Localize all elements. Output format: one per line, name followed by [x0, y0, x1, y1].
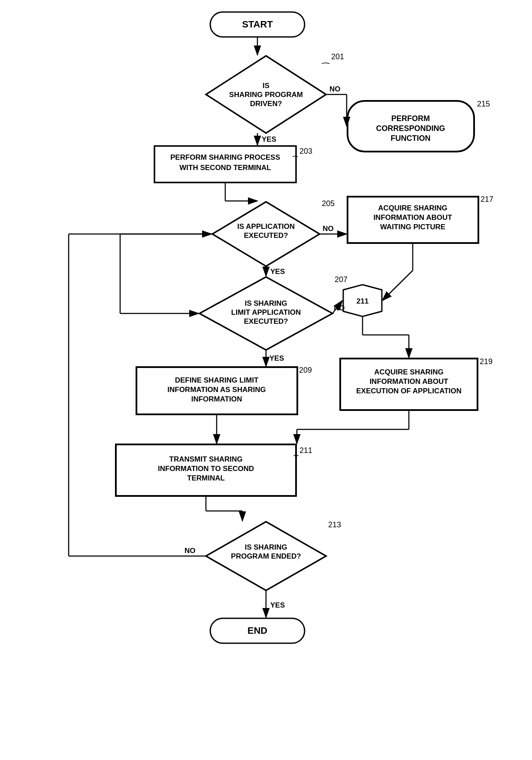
svg-text:IS SHARING: IS SHARING: [245, 543, 287, 551]
flowchart-diagram: START IS SHARING PROGRAM DRIVEN? 201 PER…: [0, 0, 532, 760]
svg-text:WITH SECOND TERMINAL: WITH SECOND TERMINAL: [179, 164, 271, 172]
svg-text:YES: YES: [270, 268, 285, 276]
svg-text:LIMIT APPLICATION: LIMIT APPLICATION: [231, 308, 301, 316]
svg-text:IS: IS: [263, 82, 269, 90]
svg-text:211: 211: [299, 446, 312, 455]
svg-text:START: START: [242, 19, 273, 30]
svg-text:EXECUTED?: EXECUTED?: [244, 317, 288, 325]
svg-text:NO: NO: [184, 547, 196, 555]
svg-text:207: 207: [335, 275, 348, 284]
svg-text:DRIVEN?: DRIVEN?: [250, 100, 282, 108]
svg-text:ACQUIRE SHARING: ACQUIRE SHARING: [374, 368, 444, 376]
svg-text:PERFORM SHARING PROCESS: PERFORM SHARING PROCESS: [170, 153, 280, 161]
svg-text:217: 217: [481, 195, 493, 204]
svg-text:INFORMATION AS SHARING: INFORMATION AS SHARING: [167, 386, 266, 394]
svg-text:PROGRAM ENDED?: PROGRAM ENDED?: [231, 552, 301, 560]
svg-text:SHARING PROGRAM: SHARING PROGRAM: [229, 91, 303, 99]
svg-text:NO: NO: [323, 225, 334, 233]
svg-text:INFORMATION: INFORMATION: [191, 395, 242, 403]
svg-text:PERFORM: PERFORM: [391, 114, 430, 123]
svg-text:END: END: [248, 625, 267, 636]
svg-text:209: 209: [299, 366, 312, 374]
svg-text:ACQUIRE SHARING: ACQUIRE SHARING: [378, 204, 447, 212]
svg-line-67: [382, 271, 413, 301]
svg-text:TERMINAL: TERMINAL: [187, 474, 225, 482]
svg-text:FUNCTION: FUNCTION: [391, 134, 431, 143]
svg-text:213: 213: [328, 520, 341, 529]
svg-text:EXECUTION OF APPLICATION: EXECUTION OF APPLICATION: [356, 387, 462, 395]
svg-text:TRANSMIT SHARING: TRANSMIT SHARING: [169, 455, 243, 463]
svg-text:215: 215: [477, 100, 490, 108]
svg-text:203: 203: [299, 147, 312, 155]
svg-text:CORRESPONDING: CORRESPONDING: [376, 124, 445, 133]
svg-text:NO: NO: [329, 85, 341, 93]
svg-text:219: 219: [480, 357, 493, 366]
svg-text:WAITING PICTURE: WAITING PICTURE: [380, 223, 445, 231]
svg-text:YES: YES: [269, 354, 284, 362]
svg-text:205: 205: [322, 199, 335, 208]
svg-text:201: 201: [331, 52, 344, 61]
svg-text:INFORMATION ABOUT: INFORMATION ABOUT: [373, 213, 452, 222]
svg-text:EXECUTED?: EXECUTED?: [244, 231, 288, 240]
svg-text:YES: YES: [262, 135, 276, 143]
svg-text:YES: YES: [270, 601, 285, 609]
svg-text:IS SHARING: IS SHARING: [245, 299, 287, 307]
svg-text:211: 211: [357, 297, 369, 305]
svg-text:INFORMATION ABOUT: INFORMATION ABOUT: [369, 377, 448, 386]
svg-text:INFORMATION TO SECOND: INFORMATION TO SECOND: [158, 465, 254, 473]
svg-text:NO: NO: [334, 304, 345, 312]
svg-text:DEFINE SHARING LIMIT: DEFINE SHARING LIMIT: [175, 376, 259, 384]
svg-text:IS APPLICATION: IS APPLICATION: [237, 222, 295, 231]
